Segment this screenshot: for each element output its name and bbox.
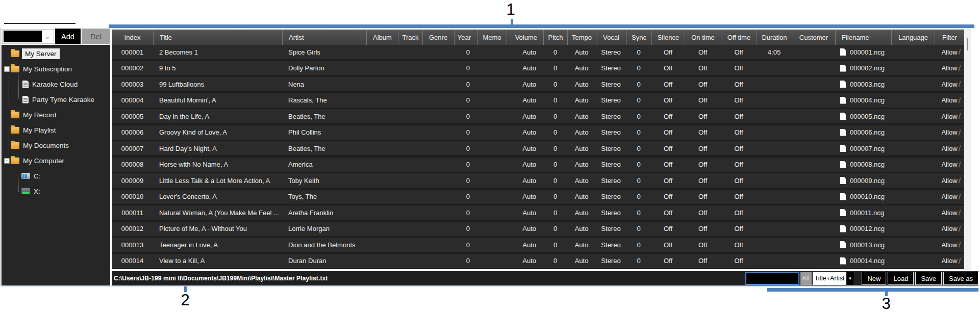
vertical-scrollbar[interactable] (964, 30, 971, 269)
folder-icon (11, 112, 19, 118)
column-header-filename[interactable]: Filename (835, 30, 891, 45)
cell-genre (422, 125, 454, 140)
cell-index: 000009 (112, 173, 153, 188)
table-row[interactable]: 000011Natural Woman, A (You Make Me Feel… (112, 205, 964, 220)
column-header-sync[interactable]: Sync (626, 30, 651, 45)
cell-memo (477, 141, 507, 155)
cell-duration (757, 61, 792, 75)
save-as-button[interactable]: Save as (943, 272, 978, 285)
cell-track (398, 45, 422, 59)
cell-memo (477, 238, 507, 252)
sidebar-item-my-playlist[interactable]: My Playlist (2, 122, 110, 138)
cell-customer (792, 222, 835, 236)
column-header-filter[interactable]: Filter (935, 30, 964, 45)
sidebar-item-karaoke-cloud[interactable]: Karaoke Cloud (2, 76, 110, 92)
cell-year: 0 (454, 125, 477, 140)
column-header-off-time[interactable]: Off time (721, 30, 757, 45)
cell-tempo: Auto (567, 141, 596, 155)
chevron-down-icon[interactable]: ⌄ (42, 31, 53, 42)
cell-vocal: Stereo (596, 109, 626, 123)
column-header-album[interactable]: Album (366, 30, 398, 45)
cell-duration: 4:05 (757, 45, 792, 59)
cell-artist: Rascals, The (282, 93, 366, 108)
cell-sync: 0 (626, 222, 651, 236)
cell-off-time: Off (721, 222, 757, 236)
column-header-duration[interactable]: Duration (757, 30, 792, 45)
collapse-toggle[interactable]: - (4, 158, 10, 164)
table-row[interactable]: 000013Teenager in Love, ADion and the Be… (112, 238, 964, 252)
table-body: 0000012 Becomes 1Spice Girls0Auto0AutoSt… (112, 45, 964, 268)
status-bar: C:\Users\JB-199 mini II\Documents\JB199M… (112, 271, 978, 285)
search-mode-dropdown[interactable]: Title+Artist ▼ (813, 272, 854, 285)
cell-index: 000007 (112, 141, 153, 155)
table-row[interactable]: 000008Horse with No Name, AAmerica0Auto0… (112, 158, 964, 172)
cell-duration (757, 238, 792, 252)
load-button[interactable]: Load (888, 272, 914, 285)
sidebar-toolbar: ⌄ Add Del (2, 28, 110, 45)
table-row[interactable]: 000006Groovy Kind of Love, APhil Collins… (112, 125, 964, 140)
column-header-silence[interactable]: Silence (651, 30, 685, 45)
sidebar-item-my-computer[interactable]: -My Computer (2, 153, 110, 168)
table-row[interactable]: 000007Hard Day's Night, ABeatles, The0Au… (112, 141, 964, 155)
sidebar-item-party-tyme-karaoke[interactable]: Party Tyme Karaoke (2, 92, 110, 107)
cell-track (398, 254, 422, 268)
column-header-year[interactable]: Year (454, 30, 477, 45)
annotation-1: 1 (500, 1, 521, 18)
column-header-pitch[interactable]: Pitch (543, 30, 567, 45)
cell-title: Horse with No Name, A (153, 158, 282, 172)
column-header-on-time[interactable]: On time (685, 30, 721, 45)
cell-customer (792, 77, 835, 91)
sidebar-item-my-record[interactable]: My Record (2, 107, 110, 122)
cell-genre (422, 238, 454, 252)
file-icon (840, 161, 846, 168)
cell-sync: 0 (626, 173, 651, 188)
column-header-memo[interactable]: Memo (477, 30, 507, 45)
column-header-title[interactable]: Title (153, 30, 282, 45)
column-header-vocal[interactable]: Vocal (596, 30, 626, 45)
add-button[interactable]: Add (55, 29, 81, 44)
folder-combo[interactable]: ⌄ (3, 30, 54, 43)
column-header-tempo[interactable]: Tempo (567, 30, 596, 45)
table-row[interactable]: 000014View to a Kill, ADuran Duran0Auto0… (112, 254, 964, 268)
del-button[interactable]: Del (82, 29, 110, 44)
sidebar-item-my-subscription[interactable]: -My Subscription (2, 61, 110, 76)
collapse-toggle[interactable]: - (4, 66, 10, 72)
table-row[interactable]: 00000399 LuftballoonsNena0Auto0AutoStere… (112, 77, 964, 91)
cell-filename: 000004.ncg (835, 93, 891, 108)
cell-duration (757, 109, 792, 123)
cell-album (366, 93, 398, 108)
cell-vocal: Stereo (596, 254, 626, 268)
column-header-artist[interactable]: Artist (282, 30, 366, 45)
sidebar-item-my-server[interactable]: My Server (2, 46, 110, 61)
all-button[interactable]: All (800, 272, 812, 285)
save-button[interactable]: Save (915, 272, 942, 285)
cell-year: 0 (454, 77, 477, 91)
folder-tree: My Server-My SubscriptionKaraoke CloudPa… (2, 45, 110, 199)
column-header-language[interactable]: Language (891, 30, 935, 45)
table-row[interactable]: 0000029 to 5Dolly Parton0Auto0AutoStereo… (112, 61, 964, 75)
column-header-volume[interactable]: Volume (507, 30, 543, 45)
cell-off-time: Off (721, 141, 757, 155)
column-header-index[interactable]: Index (112, 30, 153, 45)
column-header-genre[interactable]: Genre (422, 30, 454, 45)
table-row[interactable]: 0000012 Becomes 1Spice Girls0Auto0AutoSt… (112, 45, 964, 59)
cell-sync: 0 (626, 141, 651, 155)
cell-duration (757, 141, 792, 155)
sidebar-item-my-documents[interactable]: My Documents (2, 138, 110, 153)
sidebar-item-label: Karaoke Cloud (32, 81, 78, 88)
cell-volume: Auto (507, 77, 543, 91)
cell-tempo: Auto (567, 61, 596, 75)
column-header-track[interactable]: Track (398, 30, 422, 45)
sidebar-item-x[interactable]: X: (2, 184, 110, 199)
new-button[interactable]: New (862, 272, 886, 285)
search-input[interactable] (745, 272, 799, 285)
sidebar-item-c[interactable]: C: (2, 168, 110, 184)
scrollbar-thumb[interactable] (967, 38, 968, 50)
table-row[interactable]: 000010Lover's Concerto, AToys, The0Auto0… (112, 190, 964, 204)
table-row[interactable]: 000004Beautiful Mornin', ARascals, The0A… (112, 93, 964, 108)
table-row[interactable]: 000012Picture of Me, A - Without YouLorr… (112, 222, 964, 236)
table-row[interactable]: 000005Day in the Life, ABeatles, The0Aut… (112, 109, 964, 123)
sidebar-item-label: My Documents (23, 142, 69, 149)
table-row[interactable]: 000009Little Less Talk & a Lot More Acti… (112, 173, 964, 188)
column-header-customer[interactable]: Customer (792, 30, 835, 45)
